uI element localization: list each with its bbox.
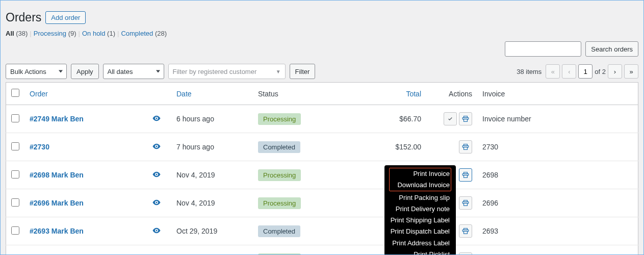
status-badge: Processing — [258, 253, 301, 256]
date-filter-select[interactable]: All dates — [103, 64, 164, 79]
eye-icon — [152, 198, 161, 207]
order-total: $152.00 — [334, 133, 436, 161]
column-actions: Actions — [436, 83, 477, 105]
column-status: Status — [253, 83, 334, 105]
filter-link-processing[interactable]: Processing — [34, 30, 68, 37]
pagination-next-button[interactable]: › — [608, 64, 622, 79]
pagination-total: 38 items — [517, 68, 542, 75]
order-date: Nov 4, 2019 — [171, 161, 253, 189]
order-link[interactable]: #2749 Mark Ben — [30, 115, 84, 123]
menu-item[interactable]: Print Packing slip — [391, 192, 450, 203]
table-row: #2687 Mark BenOct 17, 2019Processing$18.… — [6, 245, 638, 256]
printer-icon — [462, 115, 469, 122]
order-date: 6 hours ago — [171, 105, 253, 133]
invoice-number: 100026872019 — [477, 245, 638, 256]
table-row: #2693 Mark BenOct 29, 2019Completed$51.7… — [6, 217, 638, 245]
filter-count: (28) — [155, 30, 167, 37]
filter-link-all[interactable]: All — [6, 30, 16, 37]
preview-button[interactable] — [152, 144, 161, 152]
order-date: Oct 29, 2019 — [171, 217, 253, 245]
status-badge: Processing — [258, 169, 301, 181]
printer-icon — [462, 199, 469, 207]
column-order[interactable]: Order — [24, 83, 147, 105]
add-order-button[interactable]: Add order — [45, 11, 86, 24]
status-badge: Completed — [258, 141, 300, 153]
column-date[interactable]: Date — [171, 83, 253, 105]
preview-button[interactable] — [152, 200, 161, 209]
filter-count: (38) — [16, 30, 28, 37]
printer-icon — [462, 227, 469, 235]
filter-button[interactable]: Filter — [290, 64, 316, 79]
invoice-number: 2698 — [477, 161, 638, 189]
row-checkbox[interactable] — [11, 198, 19, 207]
order-total: $66.70 — [334, 105, 436, 133]
table-row: #27307 hours agoCompleted$152.002730 — [6, 133, 638, 161]
print-action-button[interactable] — [459, 224, 472, 238]
pagination-last-button[interactable]: » — [624, 64, 638, 79]
eye-icon — [152, 226, 161, 235]
pagination-prev-button[interactable]: ‹ — [562, 64, 576, 79]
eye-icon — [152, 114, 161, 123]
menu-item[interactable]: Print Shipping Label — [391, 215, 450, 226]
complete-action-button[interactable] — [444, 112, 457, 125]
bulk-actions-select[interactable]: Bulk Actions — [6, 64, 67, 79]
svg-rect-3 — [464, 147, 468, 150]
filter-count: (1) — [107, 30, 115, 37]
preview-button[interactable] — [152, 116, 161, 124]
menu-item[interactable]: Print Delivery note — [391, 203, 450, 215]
order-date: Oct 17, 2019 — [171, 245, 253, 256]
pagination-first-button[interactable]: « — [546, 64, 560, 79]
order-link[interactable]: #2693 Mark Ben — [30, 227, 84, 235]
filter-link-completed[interactable]: Completed — [121, 30, 154, 37]
invoice-number: 2730 — [477, 133, 638, 161]
pagination-of-label: of 2 — [595, 68, 606, 75]
page-title: Orders — [6, 11, 41, 24]
row-checkbox[interactable] — [11, 142, 19, 150]
search-orders-button[interactable]: Search orders — [585, 41, 638, 57]
menu-item[interactable]: Download Invoice — [391, 180, 450, 191]
menu-item[interactable]: Print Picklist — [391, 249, 450, 255]
print-action-button[interactable] — [459, 140, 472, 154]
row-checkbox[interactable] — [11, 170, 19, 178]
table-row: #2749 Mark Ben6 hours agoProcessing$66.7… — [6, 105, 638, 133]
preview-button[interactable] — [152, 228, 161, 237]
order-link[interactable]: #2698 Mark Ben — [30, 171, 84, 179]
order-link[interactable]: #2696 Mark Ben — [30, 199, 84, 207]
print-action-button[interactable] — [459, 168, 472, 182]
svg-rect-1 — [464, 119, 468, 122]
search-input[interactable] — [505, 41, 581, 57]
svg-rect-9 — [464, 232, 468, 234]
pagination-page-input[interactable] — [578, 64, 593, 79]
filter-link-on-hold[interactable]: On hold — [82, 30, 107, 37]
select-all-checkbox[interactable] — [11, 89, 19, 97]
invoice-number: Invoice number — [477, 105, 638, 133]
invoice-number: 2696 — [477, 189, 638, 217]
invoice-number: 2693 — [477, 217, 638, 245]
status-badge: Completed — [258, 225, 300, 237]
order-date: Nov 4, 2019 — [171, 189, 253, 217]
print-action-button[interactable] — [459, 112, 472, 125]
filter-customer-select[interactable]: Filter by registered customer ▼ — [168, 64, 286, 79]
eye-icon — [152, 170, 161, 179]
check-icon — [448, 116, 453, 121]
filter-customer-placeholder: Filter by registered customer — [173, 68, 257, 75]
row-checkbox[interactable] — [11, 226, 19, 235]
printer-icon — [462, 143, 469, 150]
apply-button[interactable]: Apply — [71, 64, 99, 79]
column-total[interactable]: Total — [334, 83, 436, 105]
table-row: #2696 Mark BenNov 4, 2019Processing$18.4… — [6, 189, 638, 217]
menu-item[interactable]: Print Invoice — [391, 168, 450, 180]
menu-item[interactable]: Print Address Label — [391, 238, 450, 249]
order-link[interactable]: #2730 — [30, 143, 49, 151]
filter-count: (9) — [68, 30, 76, 37]
print-action-button[interactable] — [459, 196, 472, 210]
print-action-button[interactable] — [459, 252, 472, 255]
row-checkbox[interactable] — [11, 114, 19, 122]
status-badge: Processing — [258, 113, 301, 125]
print-context-menu: Print InvoiceDownload InvoicePrint Packi… — [384, 165, 456, 255]
preview-button[interactable] — [152, 172, 161, 181]
chevron-down-icon: ▼ — [276, 69, 281, 74]
svg-rect-5 — [464, 175, 468, 178]
status-filter-links: All (38)|Processing (9)|On hold (1)|Comp… — [1, 30, 643, 41]
menu-item[interactable]: Print Dispatch Label — [391, 226, 450, 237]
